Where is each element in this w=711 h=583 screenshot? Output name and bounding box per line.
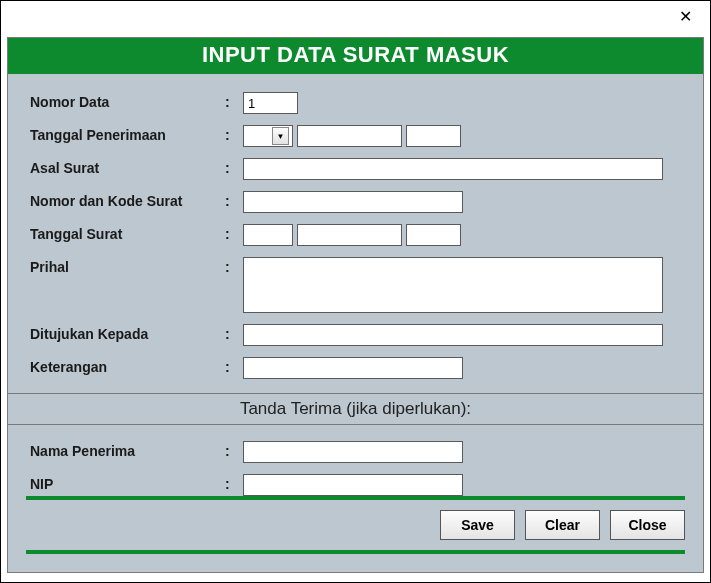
- close-button[interactable]: Close: [610, 510, 685, 540]
- separator-green: [26, 496, 685, 500]
- row-nomor-kode: Nomor dan Kode Surat :: [30, 191, 681, 213]
- input-nip[interactable]: [243, 474, 463, 496]
- row-nomor-data: Nomor Data :: [30, 92, 681, 114]
- separator-green-bottom: [26, 550, 685, 554]
- content-panel: INPUT DATA SURAT MASUK Nomor Data : Tang…: [7, 37, 704, 573]
- button-bar: Save Clear Close: [8, 496, 703, 564]
- titlebar: ✕: [1, 1, 710, 31]
- label-asal-surat: Asal Surat: [30, 158, 225, 176]
- label-prihal: Prihal: [30, 257, 225, 275]
- input-nomor-data[interactable]: [243, 92, 298, 114]
- row-asal-surat: Asal Surat :: [30, 158, 681, 180]
- label-keterangan: Keterangan: [30, 357, 225, 375]
- input-asal-surat[interactable]: [243, 158, 663, 180]
- input-keterangan[interactable]: [243, 357, 463, 379]
- label-nama-penerima: Nama Penerima: [30, 441, 225, 459]
- row-ditujukan: Ditujukan Kepada :: [30, 324, 681, 346]
- chevron-down-icon[interactable]: ▼: [272, 127, 289, 145]
- row-tanggal-penerimaan: Tanggal Penerimaan : ▼: [30, 125, 681, 147]
- combo-tp-day[interactable]: ▼: [243, 125, 293, 147]
- input-ts-year[interactable]: [406, 224, 461, 246]
- dialog-window: ✕ INPUT DATA SURAT MASUK Nomor Data : Ta…: [0, 0, 711, 583]
- close-icon[interactable]: ✕: [670, 7, 700, 26]
- label-nomor-kode: Nomor dan Kode Surat: [30, 191, 225, 209]
- form-area: Nomor Data : Tanggal Penerimaan : ▼: [8, 74, 703, 394]
- input-tp-month[interactable]: [297, 125, 402, 147]
- page-title: INPUT DATA SURAT MASUK: [8, 38, 703, 74]
- row-nama-penerima: Nama Penerima :: [30, 441, 681, 463]
- save-button[interactable]: Save: [440, 510, 515, 540]
- label-ditujukan: Ditujukan Kepada: [30, 324, 225, 342]
- label-tanggal-penerimaan: Tanggal Penerimaan: [30, 125, 225, 143]
- label-nip: NIP: [30, 474, 225, 492]
- row-tanggal-surat: Tanggal Surat :: [30, 224, 681, 246]
- input-tp-day[interactable]: [244, 127, 272, 145]
- input-tp-year[interactable]: [406, 125, 461, 147]
- row-nip: NIP :: [30, 474, 681, 496]
- input-ts-day[interactable]: [243, 224, 293, 246]
- clear-button[interactable]: Clear: [525, 510, 600, 540]
- row-keterangan: Keterangan :: [30, 357, 681, 379]
- row-prihal: Prihal :: [30, 257, 681, 313]
- label-tanggal-surat: Tanggal Surat: [30, 224, 225, 242]
- input-ditujukan[interactable]: [243, 324, 663, 346]
- textarea-prihal[interactable]: [243, 257, 663, 313]
- input-nama-penerima[interactable]: [243, 441, 463, 463]
- input-nomor-kode[interactable]: [243, 191, 463, 213]
- section-receipt-label: Tanda Terima (jika diperlukan):: [8, 394, 703, 425]
- label-nomor-data: Nomor Data: [30, 92, 225, 110]
- input-ts-month[interactable]: [297, 224, 402, 246]
